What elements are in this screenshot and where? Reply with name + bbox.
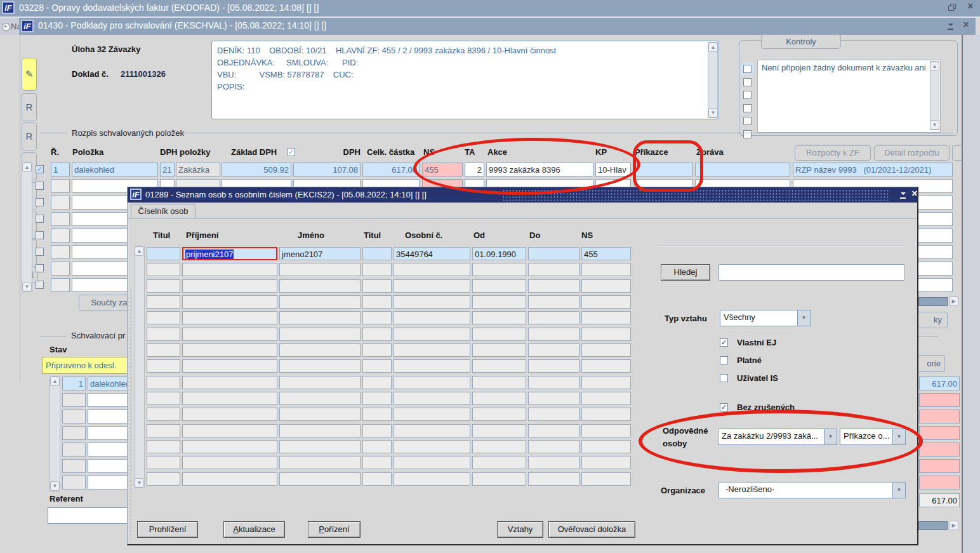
cell-osobni[interactable] <box>394 440 470 453</box>
row-checkbox[interactable] <box>36 248 44 256</box>
row-checkbox[interactable] <box>36 215 44 223</box>
cell-celk[interactable]: 617.00 <box>919 376 960 390</box>
cell-od[interactable] <box>472 311 526 324</box>
cell-osobni[interactable] <box>394 472 470 486</box>
cell-jmeno[interactable]: jmeno2107 <box>279 247 361 260</box>
cell-num[interactable] <box>62 443 86 456</box>
table2-scrollbar[interactable]: ▲ ▼ <box>50 376 60 491</box>
arrow-down-icon[interactable]: ▼ <box>930 120 939 130</box>
cell-num[interactable]: 1 <box>62 376 86 390</box>
cell-jmeno[interactable] <box>279 376 361 389</box>
cell-do[interactable] <box>528 359 579 373</box>
chevron-down-icon[interactable]: ▼ <box>797 310 810 326</box>
kontroly-checkbox[interactable] <box>743 91 752 99</box>
cell-titul2[interactable] <box>362 328 392 341</box>
cell-osobni[interactable] <box>394 424 470 437</box>
close-icon[interactable]: × <box>965 2 976 12</box>
radio-icon[interactable] <box>2 23 10 31</box>
cell-do[interactable] <box>528 343 579 357</box>
cell-od[interactable] <box>472 456 526 469</box>
cell-ns[interactable] <box>581 311 631 324</box>
cell-titul1[interactable] <box>147 343 180 357</box>
tab-ciselnik-osob[interactable]: Číselník osob <box>131 204 195 219</box>
cell-jmeno[interactable] <box>279 279 361 293</box>
cell-do[interactable] <box>528 311 579 324</box>
arrow-up-icon[interactable]: ▲ <box>22 163 32 172</box>
cell-osobni[interactable] <box>394 408 470 421</box>
main-window-titlebar[interactable]: iF 01430 - Podklady pro schvalování (EKS… <box>19 18 976 35</box>
cell-od[interactable] <box>472 472 526 486</box>
row-checkbox[interactable] <box>36 198 44 206</box>
cell-jmeno[interactable] <box>279 472 361 486</box>
cell-od[interactable] <box>472 424 526 437</box>
cell-ns[interactable]: 455 <box>581 247 631 260</box>
cell-titul2[interactable] <box>362 424 392 437</box>
cell-osobni[interactable] <box>394 295 470 309</box>
cell-prijmeni[interactable] <box>182 263 277 276</box>
cell-num[interactable] <box>62 459 86 473</box>
restore-down-icon[interactable] <box>945 22 955 32</box>
cell-ns[interactable] <box>581 295 631 309</box>
cell-dph-sazba[interactable]: 21 <box>160 163 175 177</box>
platne-checkbox[interactable] <box>720 356 728 364</box>
cell-do[interactable] <box>528 472 579 486</box>
chevron-down-icon[interactable]: ▼ <box>892 483 905 498</box>
hledej-button[interactable]: Hledej <box>661 264 710 281</box>
cell-jmeno[interactable] <box>279 440 361 453</box>
cell-do[interactable] <box>528 440 579 453</box>
close-icon[interactable]: × <box>910 189 920 199</box>
cell-prijmeni[interactable] <box>182 328 277 341</box>
cell-num[interactable] <box>62 410 86 423</box>
restore-down-icon[interactable] <box>897 191 908 201</box>
cell-ns[interactable] <box>581 279 631 293</box>
kontroly-checkbox[interactable] <box>743 104 752 112</box>
cell-osobni[interactable] <box>394 392 470 405</box>
cell-titul2[interactable] <box>362 295 392 309</box>
hscrollbar[interactable]: ▶ <box>918 296 960 307</box>
cell-jmeno[interactable] <box>279 424 361 437</box>
info-scrollbar[interactable]: ▲ ▼ <box>708 42 718 118</box>
button-fragment[interactable] <box>952 145 962 161</box>
dialog-table-scrollbar[interactable]: ▲ ▼ <box>135 246 145 488</box>
cell-do[interactable] <box>528 392 579 405</box>
cell-ns[interactable] <box>581 440 631 453</box>
cell-osobni[interactable]: 35449764 <box>394 247 470 260</box>
kontroly-checkbox[interactable] <box>743 117 752 125</box>
row-checkbox[interactable] <box>36 165 44 173</box>
arrow-up-icon[interactable]: ▲ <box>135 246 144 256</box>
vlastni-ej-checkbox[interactable] <box>720 338 728 347</box>
cell-osobni[interactable] <box>394 279 470 293</box>
cell-do[interactable] <box>528 263 579 276</box>
cell-dph-text[interactable]: Zakázka <box>176 163 220 177</box>
cell-prijmeni[interactable] <box>182 392 277 405</box>
close-icon[interactable]: × <box>961 20 971 30</box>
cell-celk[interactable] <box>919 476 960 490</box>
cell-titul2[interactable] <box>362 279 392 293</box>
cell-r[interactable]: 1 <box>51 163 70 177</box>
cell-r[interactable] <box>51 262 70 276</box>
cell-do[interactable] <box>528 295 579 309</box>
cell-celk[interactable] <box>919 426 960 440</box>
cell-do[interactable] <box>528 408 579 421</box>
row-checkbox[interactable] <box>36 231 44 239</box>
cell-jmeno[interactable] <box>279 456 361 469</box>
cell-titul2[interactable] <box>362 472 392 486</box>
kontroly-checkbox[interactable] <box>743 65 752 73</box>
stav-value-field[interactable]: Připraveno k odesl. <box>42 357 129 374</box>
organizace-dropdown[interactable]: -Nerozlišeno- ▼ <box>718 482 906 498</box>
arrow-down-icon[interactable]: ▼ <box>135 478 144 488</box>
cell-jmeno[interactable] <box>279 263 361 276</box>
cell-od[interactable] <box>472 440 526 453</box>
scrollbar-thumb[interactable] <box>918 521 948 530</box>
cell-r[interactable] <box>51 229 70 243</box>
cell-prijmeni[interactable] <box>182 311 277 324</box>
cell-dph[interactable]: 107.08 <box>293 163 361 177</box>
scrollbar-thumb[interactable] <box>918 297 948 306</box>
kontroly-scrollbar[interactable]: ▲ ▼ <box>930 61 939 130</box>
kontroly-list[interactable]: Není připojen žádný dokument k závazku a… <box>757 60 941 133</box>
cell-titul1[interactable] <box>147 376 180 389</box>
arrow-up-icon[interactable]: ▲ <box>50 376 60 386</box>
header-checkbox[interactable] <box>287 148 295 156</box>
cell-osobni[interactable] <box>394 456 470 469</box>
cell-titul1[interactable] <box>147 472 180 486</box>
